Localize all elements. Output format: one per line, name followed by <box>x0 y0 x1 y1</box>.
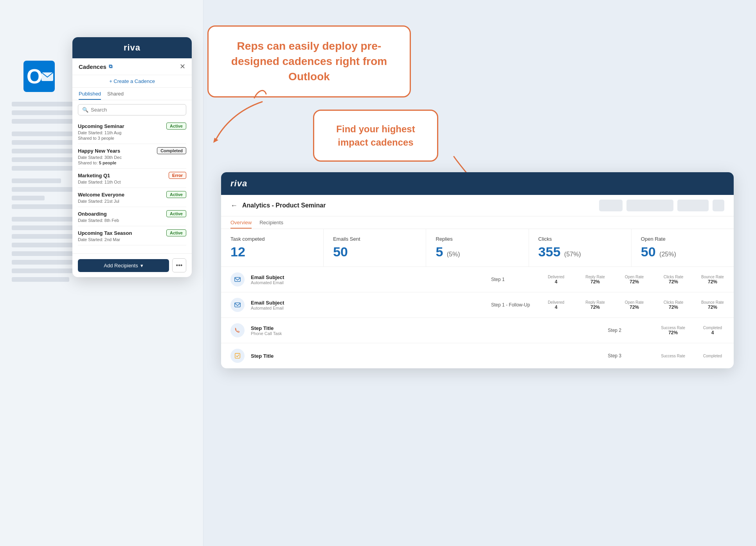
svg-text:O: O <box>27 65 42 88</box>
tab-published[interactable]: Published <box>79 88 101 100</box>
row-stats-3: Success Rate 72% Completed 4 <box>661 326 724 335</box>
search-icon: 🔍 <box>82 107 88 113</box>
nav-btn-2[interactable] <box>626 200 673 211</box>
badge-active-3: Active <box>166 210 186 217</box>
analytics-tabs: Overview Recipients <box>221 216 734 229</box>
task-icon <box>230 349 245 363</box>
tab-recipients[interactable]: Recipients <box>259 216 283 229</box>
stat-emails-sent: Emails Sent 50 <box>324 229 426 267</box>
analytics-table: Email Subject Automated Email Step 1 Del… <box>221 267 734 368</box>
svg-marker-3 <box>213 138 218 143</box>
callout-top-text: Reps can easily deploy pre-designed cade… <box>231 40 387 83</box>
analytics-title: Analytics - Product Seminar <box>242 202 594 209</box>
badge-active: Active <box>166 123 186 130</box>
dropdown-icon: ▾ <box>140 263 143 268</box>
table-row-2[interactable]: Email Subject Automated Email Step 1 - F… <box>221 292 734 318</box>
cadence-item-upcoming-seminar[interactable]: Upcoming Seminar Active Date Started: 11… <box>78 119 186 144</box>
email-icon-1 <box>230 272 245 287</box>
stat-replies: Replies 5 (5%) <box>426 229 529 267</box>
cadence-tabs: Published Shared <box>72 88 192 100</box>
cadence-list: Upcoming Seminar Active Date Started: 11… <box>72 119 192 245</box>
outlook-icon: O <box>23 61 55 92</box>
back-button[interactable]: ← <box>230 202 238 210</box>
row-info-4: Step Title <box>251 353 601 359</box>
close-icon[interactable]: ✕ <box>180 62 185 71</box>
table-row-4[interactable]: Step Title Step 3 Success Rate Completed <box>221 343 734 368</box>
table-row-3[interactable]: Step Title Phone Call Task Step 2 Succes… <box>221 318 734 343</box>
stat-task-competed: Task competed 12 <box>221 229 324 267</box>
more-options-button[interactable]: ••• <box>172 258 186 272</box>
cadence-item-welcome-everyone[interactable]: Welcome Everyone Active Date Started: 21… <box>78 188 186 207</box>
analytics-logo: riva <box>230 178 724 189</box>
email-icon-2 <box>230 298 245 312</box>
panel-subheader: Cadences ⧉ ✕ <box>72 58 192 75</box>
cadence-item-onboarding[interactable]: Onboarding Active Date Started: 8th Feb <box>78 207 186 226</box>
nav-btn-4[interactable] <box>713 200 724 211</box>
row-stats-4: Success Rate Completed <box>661 354 724 358</box>
svg-rect-5 <box>235 278 240 282</box>
stat-clicks: Clicks 355 (57%) <box>529 229 632 267</box>
analytics-panel: riva ← Analytics - Product Seminar Overv… <box>221 172 734 368</box>
callout-bottom: Find your highest impact cadences <box>313 110 438 162</box>
row-info-3: Step Title Phone Call Task <box>251 325 601 336</box>
svg-rect-7 <box>235 353 240 359</box>
table-row-1[interactable]: Email Subject Automated Email Step 1 Del… <box>221 267 734 292</box>
create-cadence-button[interactable]: + Create a Cadence <box>72 75 192 88</box>
cadence-item-marketing-q1[interactable]: Marketing Q1 Error Date Started: 11th Oc… <box>78 169 186 188</box>
badge-active-2: Active <box>166 191 186 198</box>
riva-logo: riva <box>80 43 184 53</box>
nav-buttons <box>599 200 724 211</box>
cadence-item-happy-new-years[interactable]: Happy New Years Completed Date Started: … <box>78 144 186 169</box>
stats-row: Task competed 12 Emails Sent 50 Replies … <box>221 229 734 267</box>
row-stats-2: Delivered 4 Reply Rate 72% Open Rate 72%… <box>544 300 724 310</box>
search-input[interactable] <box>91 107 182 113</box>
badge-error: Error <box>169 172 186 179</box>
svg-rect-6 <box>235 303 240 307</box>
row-stats-1: Delivered 4 Reply Rate 72% Open Rate 72%… <box>544 275 724 285</box>
analytics-header: riva <box>221 172 734 195</box>
nav-btn-1[interactable] <box>599 200 623 211</box>
panel-footer: Add Recipients ▾ ••• <box>72 253 192 277</box>
cadence-item-upcoming-tax[interactable]: Upcoming Tax Season Active Date Started:… <box>78 226 186 245</box>
nav-btn-3[interactable] <box>677 200 709 211</box>
tab-overview[interactable]: Overview <box>230 216 252 229</box>
external-link-icon[interactable]: ⧉ <box>109 63 112 70</box>
badge-active-4: Active <box>166 229 186 236</box>
phone-icon <box>230 323 245 337</box>
add-recipients-button[interactable]: Add Recipients ▾ <box>78 259 169 272</box>
row-info-2: Email Subject Automated Email <box>251 300 485 310</box>
panel-header: riva <box>72 37 192 58</box>
riva-panel: riva Cadences ⧉ ✕ + Create a Cadence Pub… <box>72 37 192 277</box>
analytics-nav: ← Analytics - Product Seminar <box>221 195 734 216</box>
row-info-1: Email Subject Automated Email <box>251 274 485 285</box>
panel-title: Cadences ⧉ <box>79 63 112 70</box>
search-box: 🔍 <box>78 104 186 115</box>
callout-bottom-text: Find your highest impact cadences <box>336 124 415 148</box>
callout-top: Reps can easily deploy pre-designed cade… <box>207 25 411 97</box>
badge-completed: Completed <box>157 147 186 154</box>
stat-open-rate: Open Rate 50 (25%) <box>632 229 734 267</box>
tab-shared[interactable]: Shared <box>107 88 124 100</box>
